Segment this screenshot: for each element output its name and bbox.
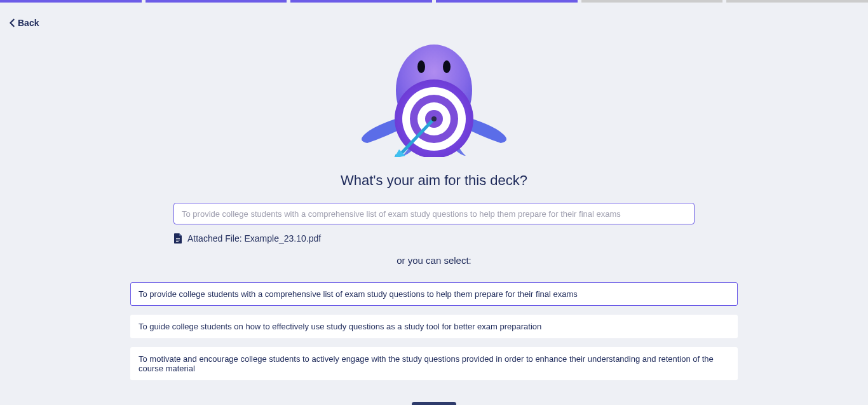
file-icon bbox=[173, 233, 182, 244]
mascot-illustration bbox=[348, 30, 520, 157]
svg-point-9 bbox=[431, 116, 437, 121]
svg-rect-12 bbox=[176, 241, 179, 242]
back-label: Back bbox=[18, 18, 39, 28]
aim-input[interactable] bbox=[173, 203, 695, 224]
progress-bar bbox=[0, 0, 868, 3]
progress-segment bbox=[146, 0, 287, 3]
option-2[interactable]: To guide college students on how to effe… bbox=[130, 315, 738, 338]
option-1[interactable]: To provide college students with a compr… bbox=[130, 282, 738, 306]
option-text: To motivate and encourage college studen… bbox=[139, 354, 714, 373]
page-heading: What's your aim for this deck? bbox=[341, 172, 527, 189]
option-3[interactable]: To motivate and encourage college studen… bbox=[130, 347, 738, 380]
progress-segment bbox=[436, 0, 578, 3]
progress-segment bbox=[581, 0, 723, 3]
option-text: To provide college students with a compr… bbox=[139, 289, 578, 299]
progress-segment bbox=[290, 0, 432, 3]
svg-point-2 bbox=[443, 60, 451, 73]
chevron-left-icon bbox=[9, 18, 15, 27]
attached-file: Attached File: Example_23.10.pdf bbox=[173, 233, 695, 244]
select-label: or you can select: bbox=[397, 255, 471, 266]
attached-file-label: Attached File: Example_23.10.pdf bbox=[187, 233, 321, 244]
svg-rect-10 bbox=[176, 238, 180, 239]
option-text: To guide college students on how to effe… bbox=[139, 322, 541, 331]
progress-segment bbox=[0, 0, 142, 3]
svg-rect-11 bbox=[176, 240, 180, 240]
svg-point-1 bbox=[417, 60, 425, 73]
next-button[interactable]: Next bbox=[412, 402, 456, 405]
progress-segment bbox=[726, 0, 868, 3]
back-button[interactable]: Back bbox=[9, 18, 39, 28]
